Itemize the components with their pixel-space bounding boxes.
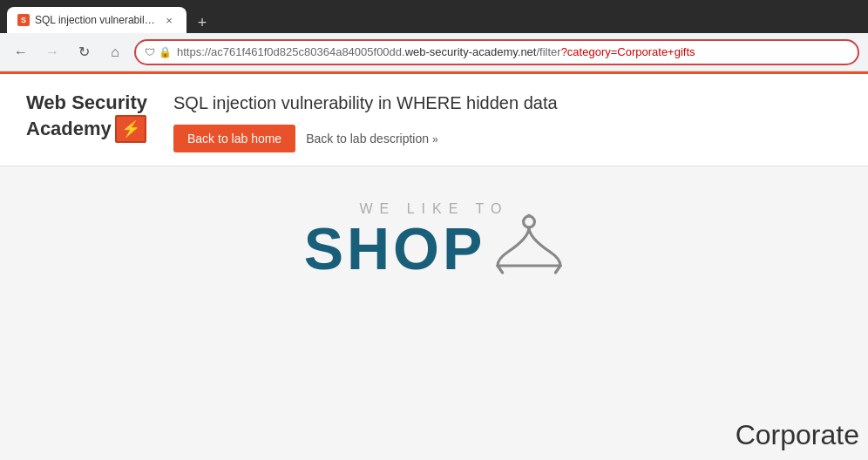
hanger-icon bbox=[494, 213, 564, 283]
home-button[interactable]: ⌂ bbox=[103, 40, 127, 64]
address-query: ?category=Corporate+gifts bbox=[561, 45, 695, 58]
corporate-label: Corporate bbox=[736, 419, 859, 451]
back-to-lab-button[interactable]: Back to lab home bbox=[173, 125, 295, 152]
address-text: https://ac761f461f0d825c80364a84005f00dd… bbox=[177, 45, 695, 58]
hanger-svg bbox=[494, 213, 564, 283]
tab-close-button[interactable]: × bbox=[162, 13, 176, 27]
nav-bar: ← → ↻ ⌂ 🛡 🔒 https://ac761f461f0d825c8036… bbox=[0, 33, 868, 71]
forward-button[interactable]: → bbox=[40, 40, 64, 64]
browser-chrome: S SQL injection vulnerability in W × + bbox=[0, 0, 868, 33]
logo-box: Academy ⚡ bbox=[26, 115, 146, 143]
shop-logo: WE LIKE TO SHOP bbox=[304, 201, 565, 283]
logo-line1: Web Security bbox=[26, 91, 147, 113]
back-button[interactable]: ← bbox=[9, 40, 33, 64]
logo-icon: ⚡ bbox=[115, 115, 146, 143]
address-bar-icons: 🛡 🔒 bbox=[145, 46, 172, 58]
page-actions: Back to lab home Back to lab description… bbox=[173, 125, 842, 152]
reload-button[interactable]: ↻ bbox=[71, 40, 96, 64]
tab-title-text: SQL injection vulnerability in W bbox=[35, 14, 157, 26]
address-path: /filter bbox=[536, 45, 560, 58]
page-header: Web Security Academy ⚡ SQL injection vul… bbox=[0, 74, 868, 166]
back-to-desc-link[interactable]: Back to lab description » bbox=[306, 132, 437, 145]
page-title: SQL injection vulnerability in WHERE hid… bbox=[173, 91, 842, 114]
chevron-icon: » bbox=[432, 133, 438, 145]
page-wrapper: S SQL injection vulnerability in W × + ←… bbox=[0, 0, 868, 460]
address-bar[interactable]: 🛡 🔒 https://ac761f461f0d825c80364a84005f… bbox=[134, 39, 859, 65]
tab-favicon: S bbox=[17, 14, 30, 26]
lock-icon: 🔒 bbox=[159, 46, 172, 58]
main-content: WE LIKE TO SHOP bbox=[0, 166, 868, 460]
shop-row: SHOP bbox=[304, 213, 565, 283]
logo-area: Web Security Academy ⚡ bbox=[26, 91, 147, 143]
address-domain: web-security-academy.net bbox=[405, 45, 537, 58]
shop-text: SHOP bbox=[304, 219, 486, 278]
svg-point-0 bbox=[524, 216, 535, 227]
page-info: SQL injection vulnerability in WHERE hid… bbox=[173, 91, 842, 152]
logo-line2: Academy bbox=[26, 118, 112, 140]
shield-icon: 🛡 bbox=[145, 46, 155, 58]
active-tab[interactable]: S SQL injection vulnerability in W × bbox=[7, 7, 186, 33]
tab-bar: S SQL injection vulnerability in W × + bbox=[7, 0, 213, 33]
address-normal: https://ac761f461f0d825c80364a84005f00dd… bbox=[177, 45, 405, 58]
new-tab-button[interactable]: + bbox=[192, 12, 213, 33]
